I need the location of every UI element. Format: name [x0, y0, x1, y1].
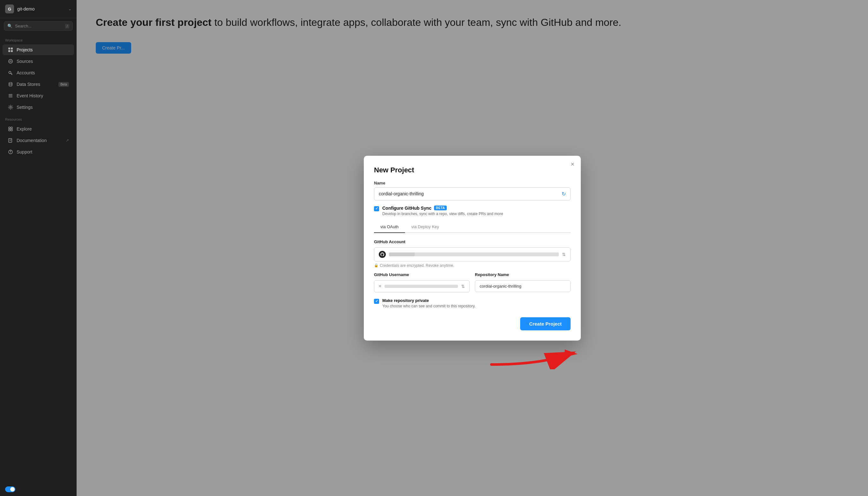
- username-arrow-icon: ⇅: [461, 284, 465, 289]
- sidebar-item-accounts[interactable]: Accounts: [2, 67, 74, 78]
- svg-point-4: [9, 59, 13, 63]
- workspace-logo: G: [5, 4, 14, 13]
- workspace-name: git-demo: [17, 6, 65, 12]
- sidebar-explore-label: Explore: [17, 126, 32, 131]
- sidebar-documentation-label: Documentation: [17, 138, 47, 143]
- private-row: Make repository private You choose who c…: [374, 298, 571, 308]
- sidebar-item-settings[interactable]: Settings: [2, 102, 74, 113]
- sidebar-bottom: [0, 483, 77, 496]
- key-icon: [7, 70, 13, 76]
- svg-rect-2: [8, 50, 10, 52]
- question-icon: [7, 149, 13, 155]
- github-sync-label: Configure GitHub Sync: [382, 205, 431, 211]
- svg-rect-8: [9, 95, 13, 96]
- auth-tabs: via OAuth via Deploy Key: [374, 221, 571, 233]
- github-username-label: GitHub Username: [374, 272, 470, 277]
- repo-name-label: Repository Name: [475, 272, 571, 277]
- create-project-button[interactable]: Create Project: [520, 317, 571, 330]
- svg-point-16: [10, 153, 11, 153]
- github-sync-desc: Develop in branches, sync with a repo, v…: [382, 212, 503, 216]
- sidebar-item-event-history[interactable]: Event History: [2, 90, 74, 101]
- beta-badge: BETA: [434, 205, 447, 210]
- resources-section-label: Resources: [0, 113, 77, 123]
- tab-oauth[interactable]: via OAuth: [374, 221, 405, 233]
- svg-rect-9: [9, 97, 13, 97]
- close-button[interactable]: ×: [571, 161, 574, 167]
- database-icon: [7, 81, 13, 87]
- sidebar-accounts-label: Accounts: [17, 70, 35, 75]
- svg-marker-18: [564, 350, 578, 357]
- search-bar[interactable]: 🔍 Search... /: [4, 21, 73, 31]
- github-account-label: GitHub Account: [374, 239, 571, 244]
- external-link-icon: ↗: [66, 138, 69, 143]
- private-desc: You choose who can see and commit to thi…: [382, 304, 475, 308]
- refresh-icon[interactable]: ↻: [562, 191, 566, 197]
- svg-rect-13: [9, 129, 10, 131]
- sidebar-item-sources[interactable]: Sources: [2, 56, 74, 67]
- github-icon: [379, 251, 386, 258]
- book-icon: [7, 138, 13, 143]
- repo-name-input[interactable]: [475, 280, 571, 292]
- sidebar-support-label: Support: [17, 149, 32, 154]
- name-field-group: Name cordial-organic-thrilling ↻: [374, 181, 571, 200]
- sidebar: G git-demo ⌄ 🔍 Search... / Workspace Pro…: [0, 0, 77, 496]
- explore-icon: [7, 126, 13, 132]
- sidebar-item-explore[interactable]: Explore: [2, 124, 74, 134]
- username-repo-row: GitHub Username ≡ ⇅ Repository Name: [374, 272, 571, 292]
- grid-icon: [7, 47, 13, 53]
- toggle-container[interactable]: [5, 486, 15, 492]
- tab-deploy-key[interactable]: via Deploy Key: [405, 221, 445, 233]
- svg-rect-0: [8, 48, 10, 49]
- name-input-row: cordial-organic-thrilling ↻: [374, 187, 571, 200]
- sidebar-item-projects[interactable]: Projects: [2, 44, 74, 55]
- modal-overlay[interactable]: × New Project Name cordial-organic-thril…: [77, 0, 868, 496]
- repo-name-group: Repository Name: [475, 272, 571, 292]
- private-text: Make repository private You choose who c…: [382, 298, 475, 308]
- github-account-section: GitHub Account ⇅ 🔒 Credentials are encry…: [374, 239, 571, 268]
- new-project-modal: × New Project Name cordial-organic-thril…: [364, 156, 581, 341]
- sidebar-projects-label: Projects: [17, 47, 33, 52]
- toggle-switch[interactable]: [5, 486, 15, 492]
- modal-title: New Project: [374, 166, 571, 174]
- private-checkbox[interactable]: [374, 299, 379, 304]
- svg-rect-12: [11, 127, 13, 129]
- chevron-down-icon: ⌄: [68, 7, 72, 11]
- svg-rect-14: [11, 129, 13, 131]
- sidebar-item-support[interactable]: Support: [2, 146, 74, 157]
- sidebar-datastores-label: Data Stores: [17, 82, 40, 87]
- lines-icon: ≡: [379, 284, 381, 289]
- svg-point-10: [10, 107, 12, 108]
- svg-rect-3: [11, 50, 13, 52]
- svg-rect-7: [9, 94, 13, 95]
- search-shortcut-badge: /: [65, 24, 69, 28]
- credentials-note: 🔒 Credentials are encrypted. Revoke anyt…: [374, 263, 571, 268]
- sidebar-item-data-stores[interactable]: Data Stores Beta: [2, 79, 74, 90]
- search-placeholder: Search...: [15, 24, 63, 28]
- red-arrow-annotation: [479, 337, 581, 369]
- beta-badge: Beta: [58, 82, 69, 87]
- search-icon: 🔍: [7, 24, 13, 28]
- source-icon: [7, 58, 13, 64]
- sidebar-item-documentation[interactable]: Documentation ↗: [2, 135, 74, 146]
- private-label: Make repository private: [382, 298, 475, 303]
- github-username-select[interactable]: ≡ ⇅: [374, 280, 470, 292]
- name-input-value[interactable]: cordial-organic-thrilling: [379, 191, 562, 196]
- settings-icon: [7, 104, 13, 110]
- list-icon: [7, 93, 13, 99]
- modal-with-arrow: × New Project Name cordial-organic-thril…: [364, 156, 581, 341]
- account-name-placeholder: [389, 252, 559, 256]
- credentials-text: Credentials are encrypted. Revoke anytim…: [380, 263, 454, 268]
- workspace-header[interactable]: G git-demo ⌄: [0, 0, 77, 18]
- main-area: Create your first project to build workf…: [77, 0, 868, 496]
- svg-point-6: [9, 82, 12, 83]
- github-username-group: GitHub Username ≡ ⇅: [374, 272, 470, 292]
- svg-rect-1: [11, 48, 13, 49]
- sidebar-event-history-label: Event History: [17, 93, 43, 98]
- sidebar-sources-label: Sources: [17, 59, 33, 64]
- github-sync-checkbox[interactable]: [374, 206, 379, 211]
- github-account-select[interactable]: ⇅: [374, 247, 571, 261]
- lock-icon: 🔒: [374, 263, 378, 267]
- username-placeholder: [384, 285, 458, 288]
- svg-rect-11: [9, 127, 10, 129]
- select-arrow-icon: ⇅: [562, 252, 566, 257]
